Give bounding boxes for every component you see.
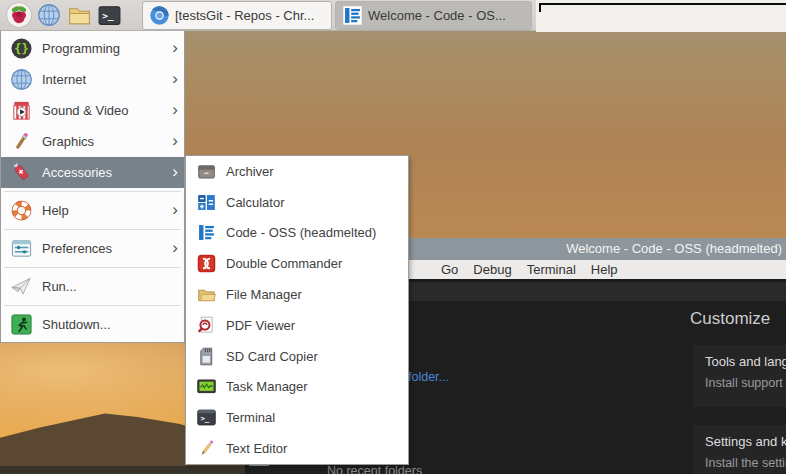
menu-separator — [4, 267, 181, 268]
menu-item-label: Preferences — [42, 241, 172, 256]
menu-item-label: Accessories — [42, 165, 172, 180]
submenu-item-sd-card-copier[interactable]: SD Card Copier — [186, 341, 408, 372]
menu-separator — [4, 305, 181, 306]
menu-item-shutdown[interactable]: Shutdown... — [1, 309, 184, 340]
menu-item-internet[interactable]: Internet › — [1, 64, 184, 95]
menu-item-run[interactable]: Run... — [1, 271, 184, 302]
accessories-icon — [9, 161, 33, 185]
chevron-right-icon: › — [172, 239, 178, 258]
overlapping-window-fragment — [536, 0, 786, 32]
globe-icon — [37, 3, 61, 27]
taskbar: >_ [testsGit - Repos - Chr... — [0, 0, 536, 31]
run-icon — [9, 275, 33, 299]
terminal-icon: >_ — [97, 3, 122, 28]
submenu-item-label: SD Card Copier — [226, 349, 402, 364]
menu-terminal[interactable]: Terminal — [527, 262, 576, 277]
submenu-item-label: File Manager — [226, 287, 402, 302]
menu-item-label: Run... — [42, 279, 178, 294]
menu-item-label: Graphics — [42, 134, 172, 149]
folder-icon — [67, 3, 92, 28]
text-editor-icon — [195, 438, 217, 460]
submenu-item-task-manager[interactable]: Task Manager — [186, 372, 408, 403]
customize-heading: Customize — [690, 309, 770, 329]
chevron-right-icon: › — [172, 101, 178, 120]
raspberry-icon — [6, 2, 32, 28]
task-button-label: Welcome - Code - OS... — [368, 8, 506, 23]
menu-item-accessories[interactable]: Accessories › — [1, 157, 184, 188]
customize-card-tools[interactable]: Tools and languag Install support for — [693, 345, 786, 407]
desktop: { "taskbar": { "chromium_button": "[test… — [0, 0, 786, 474]
menu-go[interactable]: Go — [441, 262, 458, 277]
help-icon — [9, 199, 33, 223]
submenu-item-label: Text Editor — [226, 441, 402, 456]
chevron-right-icon: › — [172, 70, 178, 89]
chevron-right-icon: › — [172, 163, 178, 182]
menu-item-preferences[interactable]: Preferences › — [1, 233, 184, 264]
svg-text:>_: >_ — [102, 10, 114, 21]
task-button-code[interactable]: Welcome - Code - OS... — [335, 1, 532, 30]
submenu-item-label: Terminal — [226, 410, 402, 425]
svg-text:{}: {} — [14, 42, 28, 56]
chevron-right-icon: › — [172, 132, 178, 151]
submenu-item-calculator[interactable]: Calculator — [186, 187, 408, 218]
submenu-item-double-commander[interactable]: Double Commander — [186, 248, 408, 279]
card-desc: Install support for — [705, 376, 786, 390]
browser-launcher[interactable] — [34, 1, 64, 29]
terminal-icon: >_ — [195, 407, 217, 429]
double-commander-icon — [195, 253, 217, 275]
menu-item-label: Sound & Video — [42, 103, 172, 118]
task-button-label: [testsGit - Repos - Chr... — [175, 8, 314, 23]
menu-item-sound-video[interactable]: Sound & Video › — [1, 95, 184, 126]
submenu-item-file-manager[interactable]: File Manager — [186, 279, 408, 310]
application-menu: {} Programming › Internet › — [0, 31, 185, 343]
submenu-item-terminal[interactable]: >_ Terminal — [186, 402, 408, 433]
code-oss-icon — [342, 5, 363, 26]
start-menu-button[interactable] — [4, 1, 34, 29]
submenu-item-pdf-viewer[interactable]: PDF Viewer — [186, 310, 408, 341]
submenu-item-label: Calculator — [226, 195, 402, 210]
vscode-title-text: Welcome - Code - OSS (headmelted) — [566, 241, 782, 256]
shutdown-icon — [9, 313, 33, 337]
submenu-item-text-editor[interactable]: Text Editor — [186, 433, 408, 464]
accessories-submenu: Archiver Calculator Code — [185, 155, 409, 465]
no-recent-folders-text: No recent folders — [327, 464, 422, 474]
preferences-icon — [9, 237, 33, 261]
sd-card-icon — [195, 345, 217, 367]
programming-icon: {} — [9, 37, 33, 61]
menu-debug[interactable]: Debug — [473, 262, 511, 277]
menu-item-label: Shutdown... — [42, 317, 178, 332]
pdf-viewer-icon — [195, 314, 217, 336]
menu-item-label: Internet — [42, 72, 172, 87]
submenu-item-label: Task Manager — [226, 379, 402, 394]
window-border-corner — [539, 3, 786, 12]
menu-help[interactable]: Help — [591, 262, 618, 277]
chevron-right-icon: › — [172, 201, 178, 220]
submenu-item-label: Archiver — [226, 164, 402, 179]
menu-separator — [4, 229, 181, 230]
submenu-item-label: Double Commander — [226, 256, 402, 271]
archiver-icon — [195, 160, 217, 182]
file-manager-icon — [195, 284, 217, 306]
chromium-icon — [149, 5, 170, 26]
menu-item-help[interactable]: Help › — [1, 195, 184, 226]
terminal-launcher[interactable]: >_ — [94, 1, 124, 29]
submenu-item-archiver[interactable]: Archiver — [186, 156, 408, 187]
code-oss-icon — [195, 222, 217, 244]
graphics-icon — [9, 130, 33, 154]
customize-card-settings[interactable]: Settings and keyb Install the settings — [693, 425, 786, 474]
card-desc: Install the settings — [705, 456, 786, 470]
menu-separator — [4, 191, 181, 192]
menu-item-programming[interactable]: {} Programming › — [1, 33, 184, 64]
task-manager-icon — [195, 376, 217, 398]
task-button-chromium[interactable]: [testsGit - Repos - Chr... — [142, 1, 332, 30]
chevron-right-icon: › — [172, 39, 178, 58]
open-folder-link[interactable]: folder... — [408, 370, 449, 384]
menu-item-label: Help — [42, 203, 172, 218]
file-manager-launcher[interactable] — [64, 1, 94, 29]
menu-item-graphics[interactable]: Graphics › — [1, 126, 184, 157]
submenu-item-label: Code - OSS (headmelted) — [226, 225, 402, 240]
sound-video-icon — [9, 99, 33, 123]
calculator-icon — [195, 191, 217, 213]
submenu-item-code-oss[interactable]: Code - OSS (headmelted) — [186, 218, 408, 249]
svg-text:>_: >_ — [200, 415, 209, 424]
